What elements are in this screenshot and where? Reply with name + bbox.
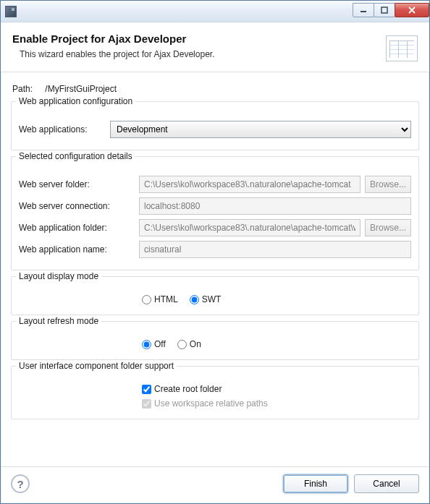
minimize-button[interactable] <box>353 3 374 17</box>
radio-html[interactable]: HTML <box>142 294 178 304</box>
radio-on[interactable]: On <box>177 339 201 349</box>
app-name-label: Web application name: <box>19 244 135 255</box>
radio-off[interactable]: Off <box>142 339 166 349</box>
server-folder-label: Web server folder: <box>19 179 135 189</box>
wizard-subtitle: This wizard enables the project for Ajax… <box>20 49 386 59</box>
web-applications-label: Web applications: <box>19 124 106 134</box>
radio-html-input[interactable] <box>142 295 151 304</box>
group-layout-display: Layout display mode HTML SWT <box>11 276 419 315</box>
app-folder-field <box>139 219 361 236</box>
checkbox-create-root[interactable]: Create root folder <box>142 384 222 394</box>
close-button[interactable] <box>395 3 429 17</box>
dialog-window: Enable Project for Ajax Developer This w… <box>0 0 430 504</box>
checkbox-create-root-input[interactable] <box>142 385 151 394</box>
svg-rect-1 <box>381 7 387 13</box>
checkbox-use-workspace: Use workspace relative paths <box>142 398 268 409</box>
cancel-button[interactable]: Cancel <box>354 474 419 493</box>
path-label: Path: <box>12 84 43 94</box>
group-ui-folder-legend: User interface component folder support <box>16 361 177 371</box>
group-layout-refresh-legend: Layout refresh mode <box>16 316 101 326</box>
group-web-config-legend: Web application configuration <box>16 96 135 106</box>
titlebar[interactable] <box>1 1 429 22</box>
server-connection-label: Web server connection: <box>19 201 135 211</box>
wizard-banner-icon <box>386 35 418 61</box>
wizard-title: Enable Project for Ajax Developer <box>12 33 386 45</box>
group-selected-config-legend: Selected configuration details <box>16 151 135 161</box>
server-folder-field <box>139 176 361 193</box>
app-folder-browse-button: Browse... <box>365 219 411 236</box>
radio-swt-input[interactable] <box>190 295 199 304</box>
radio-off-input[interactable] <box>142 340 151 349</box>
web-applications-select[interactable]: Development <box>110 121 411 138</box>
app-folder-label: Web application folder: <box>19 223 135 233</box>
server-folder-browse-button: Browse... <box>365 176 411 193</box>
finish-button[interactable]: Finish <box>283 474 348 493</box>
group-layout-refresh: Layout refresh mode Off On <box>11 321 419 360</box>
group-selected-config: Selected configuration details Web serve… <box>11 156 419 270</box>
checkbox-use-workspace-input <box>142 399 151 409</box>
help-icon: ? <box>17 478 23 490</box>
wizard-footer: ? Finish Cancel <box>1 466 429 503</box>
help-button[interactable]: ? <box>11 474 30 493</box>
maximize-button[interactable] <box>374 3 395 17</box>
group-web-config: Web application configuration Web applic… <box>11 101 419 150</box>
wizard-content: Path: /MyFirstGuiProject Web application… <box>1 72 429 466</box>
path-row: Path: /MyFirstGuiProject <box>12 84 418 94</box>
app-icon <box>5 6 17 17</box>
app-name-field <box>139 241 411 258</box>
svg-rect-0 <box>361 11 366 12</box>
group-ui-folder: User interface component folder support … <box>11 366 419 419</box>
server-connection-field <box>139 197 411 215</box>
path-value: /MyFirstGuiProject <box>45 84 117 94</box>
group-layout-display-legend: Layout display mode <box>16 271 101 281</box>
radio-swt[interactable]: SWT <box>190 294 222 304</box>
radio-on-input[interactable] <box>177 340 187 349</box>
wizard-banner: Enable Project for Ajax Developer This w… <box>1 22 429 72</box>
